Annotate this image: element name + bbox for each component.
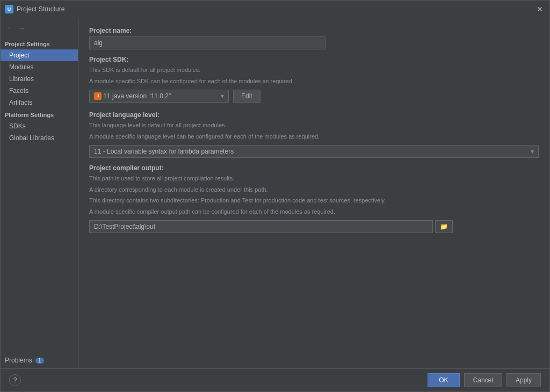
language-level-value: 11 - Local variable syntax for lambda pa… bbox=[94, 148, 234, 155]
apply-button[interactable]: Apply bbox=[506, 373, 541, 387]
footer: ? OK Cancel Apply bbox=[1, 368, 549, 391]
compiler-output-desc2: A directory corresponding to each module… bbox=[89, 185, 539, 194]
sdk-dropdown-arrow-icon: ▾ bbox=[221, 92, 224, 100]
project-lang-desc2: A module specific language level can be … bbox=[89, 132, 539, 141]
project-lang-desc1: This language level is default for all p… bbox=[89, 121, 539, 130]
back-button[interactable]: ← bbox=[5, 23, 15, 33]
sdk-dropdown[interactable]: J 11 java version "11.0.2" ▾ bbox=[89, 90, 229, 103]
browse-folder-button[interactable]: 📁 bbox=[435, 220, 453, 233]
sdk-value: 11 java version "11.0.2" bbox=[103, 92, 171, 100]
edit-sdk-button[interactable]: Edit bbox=[233, 90, 260, 103]
app-icon: U bbox=[5, 5, 13, 13]
project-name-label: Project name: bbox=[89, 27, 539, 34]
compiler-output-label: Project compiler output: bbox=[89, 164, 539, 172]
output-path-row: 📁 bbox=[89, 220, 539, 233]
compiler-output-input[interactable] bbox=[89, 220, 433, 233]
project-lang-label: Project language level: bbox=[89, 111, 539, 119]
sidebar-item-facets[interactable]: Facets bbox=[1, 85, 78, 97]
sidebar-item-artifacts[interactable]: Artifacts bbox=[1, 97, 78, 108]
dialog-title: Project Structure bbox=[17, 5, 64, 13]
platform-settings-header: Platform Settings bbox=[1, 108, 78, 120]
compiler-output-desc1: This path is used to store all project c… bbox=[89, 174, 539, 183]
forward-button[interactable]: → bbox=[17, 23, 26, 33]
sidebar-item-libraries[interactable]: Libraries bbox=[1, 73, 78, 85]
project-structure-dialog: U Project Structure ✕ ← → Project Settin… bbox=[0, 0, 550, 392]
title-bar-left: U Project Structure bbox=[5, 5, 64, 13]
project-name-input[interactable] bbox=[89, 37, 325, 49]
sidebar-item-modules[interactable]: Modules bbox=[1, 61, 78, 73]
sidebar-item-global-libraries[interactable]: Global Libraries bbox=[1, 132, 78, 144]
project-sdk-label: Project SDK: bbox=[89, 56, 539, 63]
close-button[interactable]: ✕ bbox=[534, 4, 545, 14]
title-bar: U Project Structure ✕ bbox=[1, 1, 549, 18]
project-settings-header: Project Settings bbox=[1, 38, 78, 49]
compiler-output-desc4: A module specific compiler output path c… bbox=[89, 207, 539, 216]
cancel-button[interactable]: Cancel bbox=[464, 373, 502, 387]
sidebar: ← → Project Settings Project Modules Lib… bbox=[1, 18, 78, 368]
help-button[interactable]: ? bbox=[9, 374, 21, 386]
nav-arrows: ← → bbox=[1, 20, 78, 35]
content-area: ← → Project Settings Project Modules Lib… bbox=[1, 18, 549, 368]
java-icon: J bbox=[94, 92, 102, 100]
project-sdk-desc2: A module specific SDK can be configured … bbox=[89, 77, 539, 86]
sidebar-item-sdks[interactable]: SDKs bbox=[1, 120, 78, 132]
footer-right: OK Cancel Apply bbox=[428, 373, 541, 387]
main-panel: Project name: Project SDK: This SDK is d… bbox=[78, 18, 549, 368]
problems-badge: 1 bbox=[35, 358, 44, 364]
sidebar-item-problems[interactable]: Problems 1 bbox=[1, 354, 78, 366]
ok-button[interactable]: OK bbox=[428, 373, 459, 387]
sdk-row: J 11 java version "11.0.2" ▾ Edit bbox=[89, 90, 539, 103]
problems-label: Problems bbox=[5, 357, 32, 364]
folder-icon: 📁 bbox=[440, 223, 448, 230]
sidebar-item-project[interactable]: Project bbox=[1, 49, 78, 61]
footer-left: ? bbox=[9, 374, 21, 386]
lang-dropdown-arrow-icon: ▾ bbox=[531, 148, 534, 155]
compiler-output-desc3: This directory contains two subdirectori… bbox=[89, 196, 539, 205]
language-level-dropdown[interactable]: 11 - Local variable syntax for lambda pa… bbox=[89, 145, 539, 158]
project-sdk-desc1: This SDK is default for all project modu… bbox=[89, 66, 539, 75]
